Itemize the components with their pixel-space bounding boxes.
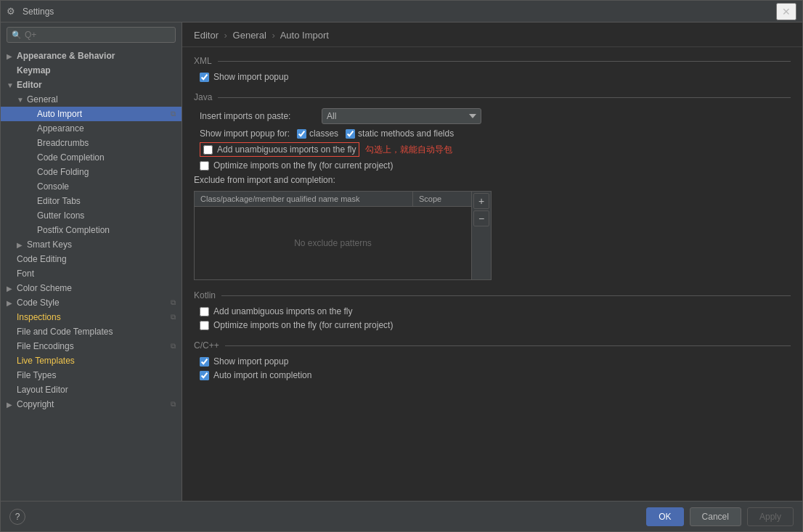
settings-icon: ⚙ xyxy=(7,6,18,17)
breadcrumb-sep2: › xyxy=(272,30,274,41)
sidebar-item-code-editing[interactable]: Code Editing xyxy=(1,252,182,266)
table-main: Class/package/member qualified name mask… xyxy=(195,192,471,279)
kotlin-add-unambiguous-checkbox[interactable] xyxy=(200,307,209,316)
sidebar-item-file-types[interactable]: File Types xyxy=(1,368,182,382)
bottom-bar: ? OK Cancel Apply xyxy=(1,501,802,531)
annotation-text: 勾选上，就能自动导包 xyxy=(365,144,452,156)
java-section-line xyxy=(218,97,791,98)
ok-button[interactable]: OK xyxy=(646,507,683,526)
help-button[interactable]: ? xyxy=(9,509,25,525)
sidebar-item-code-completion[interactable]: Code Completion xyxy=(1,150,182,165)
arrow-icon xyxy=(7,372,17,380)
window-title: Settings xyxy=(23,7,776,17)
cpp-show-import-popup-row: Show import popup xyxy=(194,356,791,367)
xml-show-import-popup-checkbox[interactable] xyxy=(200,73,209,82)
sidebar-item-code-style[interactable]: ▶ Code Style ⧉ xyxy=(1,295,182,310)
add-unambiguous-row: Add unambiguous imports on the fly 勾选上，就… xyxy=(194,142,791,157)
sidebar-item-appearance-behavior[interactable]: ▶ Appearance & Behavior xyxy=(1,49,182,63)
copy-icon: ⧉ xyxy=(171,298,176,307)
table-actions: + − xyxy=(471,192,491,279)
sidebar-item-color-scheme[interactable]: ▶ Color Scheme xyxy=(1,281,182,295)
sidebar-item-file-code-templates[interactable]: File and Code Templates xyxy=(1,324,182,339)
sidebar-item-editor-tabs[interactable]: Editor Tabs xyxy=(1,194,182,208)
add-unambiguous-checkbox[interactable] xyxy=(203,145,213,155)
classes-checkbox[interactable] xyxy=(297,129,306,139)
sidebar-item-copyright[interactable]: ▶ Copyright ⧉ xyxy=(1,397,182,412)
sidebar-item-live-templates[interactable]: Live Templates xyxy=(1,353,182,368)
cpp-section-title: C/C++ xyxy=(194,340,219,351)
breadcrumb-general: General xyxy=(233,30,266,41)
sidebar-item-smart-keys[interactable]: ▶ Smart Keys xyxy=(1,237,182,252)
arrow-icon xyxy=(7,314,17,322)
arrow-icon: ▼ xyxy=(17,96,27,104)
sidebar-item-code-folding[interactable]: Code Folding xyxy=(1,165,182,179)
add-pattern-button[interactable]: + xyxy=(473,193,489,209)
xml-show-import-popup-row: Show import popup xyxy=(194,72,791,82)
sidebar-item-label: Copyright xyxy=(17,399,54,409)
kotlin-optimize-checkbox[interactable] xyxy=(200,321,209,330)
sidebar-item-general[interactable]: ▼ General xyxy=(1,92,182,107)
sidebar-item-layout-editor[interactable]: Layout Editor xyxy=(1,382,182,397)
remove-pattern-button[interactable]: − xyxy=(473,210,489,226)
copy-icon: ⧉ xyxy=(171,110,176,118)
show-import-popup-row: Show import popup for: classes static me… xyxy=(194,128,791,139)
search-box[interactable]: 🔍 xyxy=(7,27,176,43)
copy-icon: ⧉ xyxy=(171,342,176,351)
cpp-auto-import-checkbox[interactable] xyxy=(200,371,209,380)
sidebar-item-postfix-completion[interactable]: Postfix Completion xyxy=(1,223,182,237)
classes-label: classes xyxy=(309,128,338,139)
sidebar-item-label: Auto Import xyxy=(37,109,82,119)
sidebar-item-appearance[interactable]: Appearance xyxy=(1,121,182,136)
search-icon: 🔍 xyxy=(12,30,22,40)
close-button[interactable]: ✕ xyxy=(776,3,796,20)
optimize-imports-label: Optimize imports on the fly (for current… xyxy=(213,160,393,171)
static-methods-checkbox[interactable] xyxy=(346,129,355,139)
cpp-section-header: C/C++ xyxy=(194,340,791,351)
arrow-icon xyxy=(7,357,17,365)
sidebar-item-label: Code Folding xyxy=(37,167,89,177)
arrow-icon: ▼ xyxy=(7,81,17,89)
sidebar-item-breadcrumbs[interactable]: Breadcrumbs xyxy=(1,136,182,150)
insert-imports-select[interactable]: All Ask None xyxy=(322,108,481,124)
sidebar-item-label: Breadcrumbs xyxy=(37,138,89,148)
search-input[interactable] xyxy=(25,30,171,40)
kotlin-optimize-row: Optimize imports on the fly (for current… xyxy=(194,320,791,330)
kotlin-section-title: Kotlin xyxy=(194,290,216,300)
breadcrumb-auto-import: Auto Import xyxy=(280,30,329,41)
sidebar-item-editor[interactable]: ▼ Editor xyxy=(1,78,182,92)
cpp-section-line xyxy=(225,345,791,346)
breadcrumb-editor: Editor xyxy=(194,30,219,41)
table-header: Class/package/member qualified name mask… xyxy=(195,192,471,207)
sidebar-item-file-encodings[interactable]: File Encodings ⧉ xyxy=(1,339,182,353)
arrow-icon xyxy=(7,386,17,394)
sidebar-item-label: Color Scheme xyxy=(17,283,72,293)
show-import-popup-for-label: Show import popup for: xyxy=(200,128,290,139)
exclude-label-row: Exclude from import and completion: xyxy=(194,175,791,188)
cpp-show-import-popup-checkbox[interactable] xyxy=(200,357,209,367)
sidebar-item-keymap[interactable]: Keymap xyxy=(1,63,182,78)
sidebar-item-gutter-icons[interactable]: Gutter Icons xyxy=(1,208,182,223)
sidebar-item-label: Appearance & Behavior xyxy=(17,51,115,61)
arrow-icon xyxy=(27,168,37,176)
kotlin-section-line xyxy=(221,295,791,296)
sidebar-item-console[interactable]: Console xyxy=(1,179,182,194)
cancel-button[interactable]: Cancel xyxy=(690,507,741,526)
apply-button[interactable]: Apply xyxy=(747,507,794,526)
sidebar-item-label: Layout Editor xyxy=(17,385,68,395)
kotlin-optimize-label: Optimize imports on the fly (for current… xyxy=(213,320,393,330)
annotation-box: Add unambiguous imports on the fly xyxy=(200,142,359,157)
xml-section-line xyxy=(218,61,791,62)
sidebar-item-font[interactable]: Font xyxy=(1,266,182,281)
sidebar-item-auto-import[interactable]: Auto Import ⧉ xyxy=(1,107,182,121)
kotlin-add-unambiguous-label: Add unambiguous imports on the fly xyxy=(213,306,352,316)
main-content: 🔍 ▶ Appearance & Behavior Keymap ▼ Edito… xyxy=(1,22,802,501)
xml-section-title: XML xyxy=(194,56,212,66)
sidebar-item-label: Smart Keys xyxy=(27,240,72,250)
arrow-icon: ▶ xyxy=(7,285,17,292)
sidebar: 🔍 ▶ Appearance & Behavior Keymap ▼ Edito… xyxy=(1,22,182,501)
arrow-icon xyxy=(27,226,37,234)
xml-show-import-popup-label: Show import popup xyxy=(213,72,288,82)
sidebar-item-inspections[interactable]: Inspections ⧉ xyxy=(1,310,182,324)
optimize-imports-checkbox[interactable] xyxy=(200,161,209,171)
sidebar-item-label: Code Completion xyxy=(37,152,105,163)
